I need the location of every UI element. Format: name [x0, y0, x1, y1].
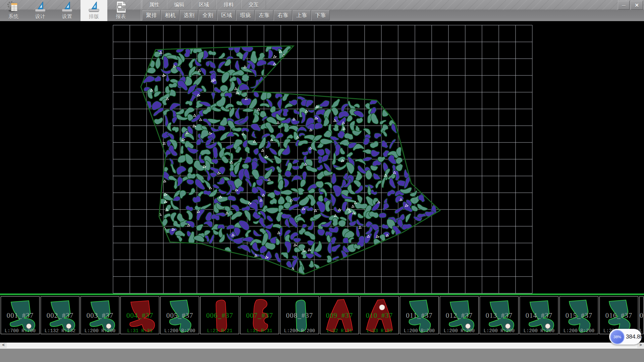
- piece-thumbnail-010_#37[interactable]: 010_#37 L:33 R:33: [360, 296, 399, 334]
- nesting-canvas[interactable]: [0, 21, 644, 294]
- close-button[interactable]: ✕: [631, 1, 643, 10]
- piece-lr-count: L:132 R:132: [41, 328, 79, 334]
- piece-name: 007_#37: [240, 311, 279, 320]
- memory-status-pill: 38% 384.8M: [609, 329, 642, 345]
- setsquare-icon: [62, 2, 72, 12]
- piece-name: 010_#37: [360, 311, 398, 320]
- tool-瑕疵[interactable]: 瑕疵: [236, 10, 255, 20]
- piece-name: 006_#37: [201, 311, 239, 320]
- scroll-left-button[interactable]: <: [0, 343, 7, 348]
- piece-lr-count: L:200 R:200: [520, 328, 558, 334]
- horizontal-scrollbar[interactable]: < >: [0, 343, 644, 348]
- piece-lr-count: L:700 R:700: [1, 328, 39, 334]
- tool-上靠[interactable]: 上靠: [292, 10, 311, 20]
- piece-name: 009_#37: [320, 311, 359, 320]
- piece-thumbnail-004_#37[interactable]: 004_#37 L:31 R:31: [120, 296, 159, 334]
- piece-name: 008_#37: [280, 311, 319, 320]
- toolbar-divider: [141, 0, 141, 21]
- piece-name: 014_#37: [520, 311, 558, 320]
- tool-区域[interactable]: 区域: [217, 10, 236, 20]
- menu-区域[interactable]: 区域: [192, 0, 216, 9]
- strip-top-border: [0, 294, 644, 295]
- piece-lr-count: L:200 R:200: [400, 328, 438, 334]
- piece-lr-count: L:200 R:200: [81, 328, 119, 334]
- menu-交互[interactable]: 交互: [241, 0, 266, 9]
- tab-label: 设置: [62, 13, 72, 19]
- piece-thumbnail-007_#37[interactable]: 007_#37 L:31 R:31: [240, 296, 279, 334]
- piece-lr-count: L:21 R:21: [201, 328, 239, 334]
- tab-系统[interactable]: 系统: [0, 0, 27, 21]
- piece-name: 011_#37: [400, 311, 438, 320]
- piece-lr-count: L:200 R:200: [440, 328, 478, 334]
- piece-name: 015_#37: [560, 311, 598, 320]
- piece-thumbnail-006_#37[interactable]: 006_#37 L:21 R:21: [200, 296, 239, 334]
- piece-thumbnail-008_#37[interactable]: 008_#37 L:200 R:200: [280, 296, 319, 334]
- report-icon: [117, 1, 126, 13]
- piece-name: 0: [640, 311, 643, 320]
- piece-thumbnail-003_#37[interactable]: 003_#37 L:200 R:200: [80, 296, 119, 334]
- piece-lr-count: L:31 R:31: [240, 328, 279, 334]
- piece-thumbnail-011_#37[interactable]: 011_#37 L:200 R:200: [400, 296, 439, 334]
- piece-name: 012_#37: [440, 311, 478, 320]
- nesting-app-window: 系统 设计 设置 排版 报表 属性编辑区域排料交互 聚排相机选割全割区域瑕疵左靠…: [0, 0, 644, 362]
- tab-label: 系统: [8, 13, 18, 19]
- menu-属性[interactable]: 属性: [142, 0, 167, 9]
- piece-lr-count: L:200 R:200: [161, 328, 199, 334]
- piece-name: 013_#37: [480, 311, 518, 320]
- tab-label: 设计: [35, 13, 45, 19]
- piece-name: 004_#37: [121, 311, 159, 320]
- window-bottom-band: [0, 348, 644, 362]
- piece-thumbnail-012_#37[interactable]: 012_#37 L:200 R:200: [440, 296, 479, 334]
- piece-name: 016_#37: [600, 311, 638, 320]
- tool-右靠[interactable]: 右靠: [274, 10, 292, 20]
- strip-top-border-2: [0, 295, 644, 295]
- piece-thumbnail-001_#37[interactable]: 001_#37 L:700 R:700: [1, 296, 40, 334]
- piece-name: 001_#37: [1, 311, 39, 320]
- piece-lr-count: L:200 R:200: [560, 328, 598, 334]
- piece-lr-count: L:32 R:31: [320, 328, 359, 334]
- piece-thumbnail-014_#37[interactable]: 014_#37 L:200 R:200: [520, 296, 558, 334]
- tab-设置[interactable]: 设置: [54, 0, 80, 21]
- piece-thumbnail-002_#37[interactable]: 002_#37 L:132 R:132: [41, 296, 79, 334]
- tab-label: 排版: [89, 13, 99, 19]
- tool-左靠[interactable]: 左靠: [255, 10, 273, 20]
- tool-row: 聚排相机选割全割区域瑕疵左靠右靠上靠下靠: [142, 10, 330, 21]
- tool-聚排[interactable]: 聚排: [142, 10, 161, 20]
- tab-设计[interactable]: 设计: [27, 0, 54, 21]
- menu-编辑[interactable]: 编辑: [167, 0, 192, 9]
- tool-相机[interactable]: 相机: [161, 10, 179, 20]
- minimize-button[interactable]: ─: [618, 1, 630, 10]
- piece-thumbnail-013_#37[interactable]: 013_#37 L:200 R:200: [480, 296, 519, 334]
- piece-lr-count: L:200 R:200: [280, 328, 319, 334]
- piece-thumbnail-005_#37[interactable]: 005_#37 L:200 R:200: [160, 296, 199, 334]
- tab-报表[interactable]: 报表: [107, 0, 134, 21]
- gear-document-icon: [8, 2, 17, 12]
- piece-thumbnail-009_#37[interactable]: 009_#37 L:32 R:31: [320, 296, 359, 334]
- piece-thumbnail-015_#37[interactable]: 015_#37 L:200 R:200: [559, 296, 598, 334]
- piece-thumbnail-strip: 001_#37 L:700 R:700 002_#37 L:132 R:132 …: [0, 294, 644, 343]
- piece-lr-count: L:31 R:31: [121, 328, 159, 334]
- tab-排版[interactable]: 排版: [80, 0, 107, 21]
- setsquare-icon: [89, 2, 99, 12]
- tool-全割[interactable]: 全割: [199, 10, 217, 20]
- piece-lr-count: L:33 R:33: [360, 328, 398, 334]
- piece-name: 003_#37: [81, 311, 119, 320]
- menu-bar: 属性编辑区域排料交互: [142, 0, 266, 9]
- menu-排料[interactable]: 排料: [216, 0, 241, 9]
- tool-选割[interactable]: 选割: [180, 10, 198, 20]
- tool-下靠[interactable]: 下靠: [311, 10, 330, 20]
- piece-lr-count: L:200 R:200: [480, 328, 518, 334]
- piece-name: 002_#37: [41, 311, 79, 320]
- toolbar: 系统 设计 设置 排版 报表 属性编辑区域排料交互 聚排相机选割全割区域瑕疵左靠…: [0, 0, 644, 21]
- setsquare-icon: [35, 2, 45, 12]
- progress-percent-badge: 38%: [610, 330, 625, 344]
- tab-label: 报表: [116, 13, 126, 19]
- piece-name: 005_#37: [161, 311, 199, 320]
- memory-usage-label: 384.8M: [626, 329, 644, 345]
